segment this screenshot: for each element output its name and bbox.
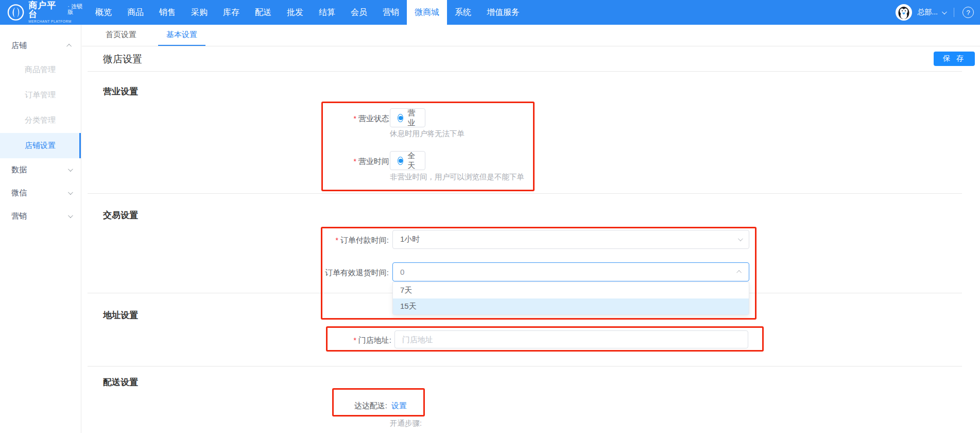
- store-address-input[interactable]: [394, 330, 748, 348]
- nav-item-goods[interactable]: 商品: [119, 0, 151, 25]
- radio-open[interactable]: 营业: [390, 108, 425, 127]
- sidebar-item-goods-management[interactable]: 商品管理: [0, 57, 81, 82]
- penguin-avatar-icon: [896, 5, 912, 20]
- chevron-down-icon: [738, 236, 743, 241]
- pay-time-select[interactable]: 1小时: [392, 230, 749, 249]
- brand-title: 商户平台: [28, 1, 64, 19]
- sidebar-item-category-management[interactable]: 分类管理: [0, 108, 81, 133]
- nav-item-micro-mall[interactable]: 微商城: [407, 0, 447, 25]
- nav-item-delivery[interactable]: 配送: [247, 0, 279, 25]
- brand-logo-icon: [7, 4, 24, 21]
- merchant-platform-app: 商户平台 · 连锁版 MERCHANT PLATFORM 概览 商品 销售 采购…: [0, 0, 980, 433]
- sidebar-item-order-management[interactable]: 订单管理: [0, 82, 81, 108]
- nav-item-wholesale[interactable]: 批发: [279, 0, 311, 25]
- business-status-helper: 休息时用户将无法下单: [390, 129, 465, 139]
- radio-all-day[interactable]: 全天: [390, 151, 425, 170]
- radio-icon: [398, 157, 403, 165]
- nav-item-sales[interactable]: 销售: [151, 0, 183, 25]
- divider: [88, 193, 962, 194]
- nav-right: 总部... ?: [896, 0, 974, 25]
- return-time-dropdown: 7天 15天: [392, 282, 749, 315]
- nav-item-value-added[interactable]: 增值服务: [479, 0, 527, 25]
- top-nav: 商户平台 · 连锁版 MERCHANT PLATFORM 概览 商品 销售 采购…: [0, 0, 980, 25]
- chevron-down-icon: [68, 166, 73, 172]
- divider: [88, 71, 962, 72]
- activation-steps-label: 开通步骤:: [390, 419, 422, 428]
- dada-settings-link[interactable]: 设置: [391, 401, 407, 411]
- brand-subtitle: MERCHANT PLATFORM: [28, 20, 88, 24]
- business-status-radio-group: 休息 营业: [390, 113, 418, 123]
- brand[interactable]: 商户平台 · 连锁版 MERCHANT PLATFORM: [0, 1, 88, 24]
- dropdown-option-15-days[interactable]: 15天: [393, 298, 749, 314]
- radio-icon: [398, 114, 403, 122]
- nav-item-marketing[interactable]: 营销: [375, 0, 407, 25]
- tabs-bar: 首页设置 基本设置: [82, 25, 980, 46]
- chevron-up-icon: [736, 270, 742, 275]
- chevron-up-icon: [66, 44, 72, 49]
- tab-basic-settings[interactable]: 基本设置: [158, 25, 205, 46]
- page-title: 微店设置: [103, 53, 142, 66]
- nav-item-purchase[interactable]: 采购: [183, 0, 215, 25]
- dada-delivery-label: 达达配送:: [233, 401, 387, 411]
- save-button[interactable]: 保 存: [934, 52, 975, 66]
- nav-item-settle[interactable]: 结算: [311, 0, 343, 25]
- tab-home-settings[interactable]: 首页设置: [97, 25, 145, 46]
- nav-item-member[interactable]: 会员: [343, 0, 375, 25]
- nav-item-system[interactable]: 系统: [447, 0, 479, 25]
- pay-time-label: *订单付款时间:: [234, 236, 389, 245]
- top-menu: 概览 商品 销售 采购 库存 配送 批发 结算 会员 营销 微商城 系统 增值服…: [88, 0, 527, 25]
- store-address-label: *门店地址:: [237, 336, 391, 345]
- nav-item-inventory[interactable]: 库存: [215, 0, 247, 25]
- chevron-down-icon: [942, 9, 947, 14]
- nav-divider: [954, 8, 954, 17]
- sidebar-group-store[interactable]: 店铺: [0, 34, 81, 57]
- sidebar-group-wechat[interactable]: 微信: [0, 181, 81, 205]
- chevron-down-icon: [68, 213, 73, 218]
- brand-edition: · 连锁版: [67, 4, 88, 15]
- chevron-down-icon: [68, 190, 73, 195]
- section-heading-address: 地址设置: [103, 309, 138, 321]
- user-avatar[interactable]: [896, 4, 912, 21]
- business-hours-helper: 非营业时间，用户可以浏览但是不能下单: [390, 172, 524, 182]
- section-heading-business: 营业设置: [103, 86, 138, 97]
- business-hours-label: *营业时间:: [237, 157, 391, 166]
- section-heading-delivery: 配送设置: [103, 376, 138, 388]
- divider: [88, 366, 962, 367]
- help-icon[interactable]: ?: [962, 7, 974, 18]
- sidebar: 店铺 商品管理 订单管理 分类管理 店铺设置 数据 微信 营销: [0, 25, 81, 433]
- business-hours-radio-group: 全天 自定义: [390, 156, 425, 165]
- dropdown-option-7-days[interactable]: 7天: [393, 282, 749, 298]
- page-header: 微店设置 保 存: [82, 46, 980, 71]
- return-time-label: 订单有效退货时间:: [234, 268, 389, 278]
- return-time-select[interactable]: 0: [392, 262, 749, 281]
- business-status-label: *营业状态:: [237, 114, 391, 124]
- sidebar-item-store-settings[interactable]: 店铺设置: [0, 133, 81, 158]
- user-name[interactable]: 总部...: [917, 8, 938, 17]
- sidebar-group-marketing[interactable]: 营销: [0, 205, 81, 228]
- section-heading-trade: 交易设置: [103, 209, 138, 221]
- sidebar-group-data[interactable]: 数据: [0, 158, 81, 181]
- nav-item-overview[interactable]: 概览: [88, 0, 119, 25]
